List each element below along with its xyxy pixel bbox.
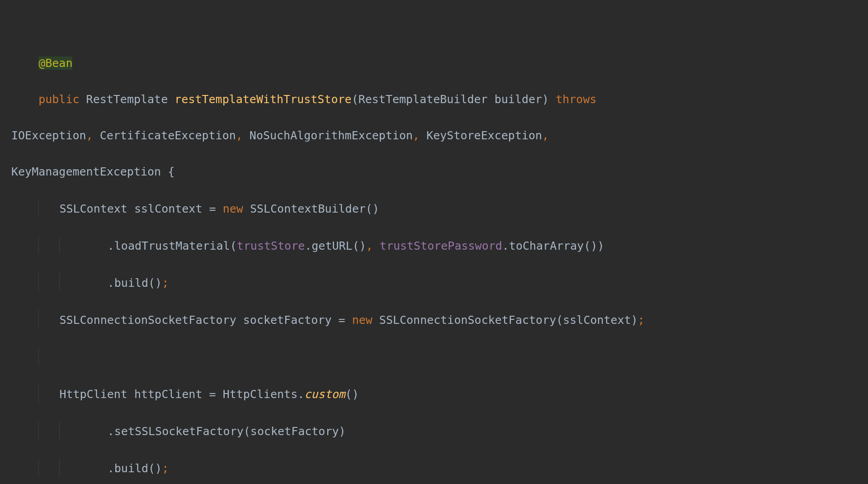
m-custom: custom — [304, 388, 345, 401]
kw-new: new — [223, 202, 243, 215]
type-resttemplate: RestTemplate — [86, 93, 168, 106]
field-truststorepassword: trustStorePassword — [380, 239, 502, 252]
m-build: build — [114, 276, 148, 289]
var-httpclient: httpClient — [134, 388, 203, 401]
m-build: build — [114, 462, 148, 475]
m-loadtrustmaterial: loadTrustMaterial — [114, 239, 230, 252]
code-line: .setSSLSocketFactory(socketFactory) — [11, 422, 868, 441]
type-sslcontext: SSLContext — [59, 202, 127, 215]
code-line: public RestTemplate restTemplateWithTrus… — [11, 90, 868, 109]
code-line: .loadTrustMaterial(trustStore.getURL(), … — [11, 236, 868, 255]
type-httpclient: HttpClient — [59, 388, 127, 401]
kw-public: public — [38, 93, 79, 106]
code-line: SSLContext sslContext = new SSLContextBu… — [11, 199, 868, 218]
var-socketfactory: socketFactory — [243, 313, 332, 327]
exc-cert: CertificateException — [100, 129, 236, 142]
code-line: .build(); — [11, 273, 868, 292]
exc-nsa: NoSuchAlgorithmException — [250, 129, 413, 142]
kw-new: new — [352, 313, 373, 327]
code-line: KeyManagementException { — [11, 163, 868, 181]
param-builder: builder — [495, 93, 542, 106]
code-line: SSLConnectionSocketFactory socketFactory… — [11, 310, 868, 329]
kw-throws: throws — [556, 93, 596, 106]
exc-ks: KeyStoreException — [426, 129, 542, 142]
type-resttemplatebuilder: RestTemplateBuilder — [359, 93, 488, 106]
type-sslconnsf: SSLConnectionSocketFactory — [59, 313, 236, 327]
type-sslcontextbuilder: SSLContextBuilder — [250, 202, 366, 215]
code-line: HttpClient httpClient = HttpClients.cust… — [11, 384, 868, 403]
code-line: IOException, CertificateException, NoSuc… — [11, 127, 868, 145]
field-truststore: trustStore — [237, 239, 305, 252]
method-name: restTemplateWithTrustStore — [175, 93, 351, 106]
code-editor[interactable]: @Bean public RestTemplate restTemplateWi… — [0, 0, 868, 484]
code-line: @Bean — [11, 54, 868, 72]
m-geturl: getURL — [311, 239, 352, 252]
type-httpclients: HttpClients — [223, 388, 298, 401]
exc-io: IOException — [11, 129, 86, 142]
m-setsslsocketfactory: setSSLSocketFactory — [114, 425, 244, 438]
var-sslcontext: sslContext — [134, 202, 203, 215]
annotation-bean: @Bean — [38, 57, 72, 70]
m-tochararray: toCharArray — [509, 239, 584, 252]
code-line — [11, 347, 868, 366]
code-line: .build(); — [11, 459, 868, 478]
exc-km: KeyManagementException — [11, 165, 161, 178]
